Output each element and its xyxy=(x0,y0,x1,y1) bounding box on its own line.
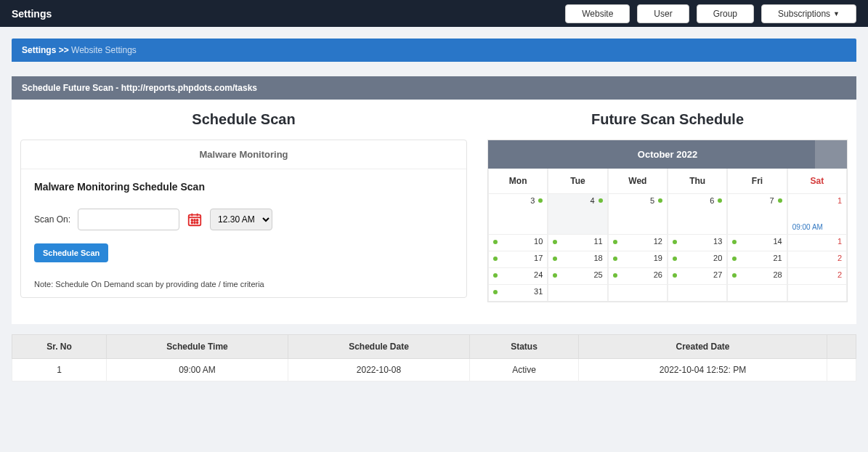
calendar-cell[interactable] xyxy=(608,285,668,302)
svg-point-8 xyxy=(194,222,195,224)
event-dot-icon xyxy=(493,240,498,244)
calendar-cell[interactable]: 26 xyxy=(608,268,668,285)
content: Settings >> Website Settings Schedule Fu… xyxy=(0,27,868,382)
calendar-cell[interactable]: 2 xyxy=(787,251,847,268)
nav-group-button[interactable]: Group xyxy=(697,4,754,23)
th-created: Created Date xyxy=(579,335,827,359)
nav-website-button[interactable]: Website xyxy=(565,4,630,23)
calendar-day-number: 1 xyxy=(837,196,842,205)
breadcrumb-root[interactable]: Settings xyxy=(22,45,56,55)
th-date: Schedule Date xyxy=(288,335,470,359)
event-dot-icon xyxy=(732,257,737,261)
event-dot-icon xyxy=(673,240,677,244)
calendar-column: Future Scan Schedule October 2022 Mon Tu… xyxy=(487,110,848,302)
th-srno: Sr. No xyxy=(12,335,107,359)
calendar-cell[interactable]: 1 xyxy=(787,235,847,251)
calendar-cell[interactable] xyxy=(727,285,787,302)
calendar-next-button[interactable] xyxy=(815,140,847,169)
panel-body: Schedule Scan Malware Monitoring Malware… xyxy=(12,100,856,324)
calendar-cell[interactable]: 2 xyxy=(787,268,847,285)
event-dot-icon xyxy=(599,198,603,203)
calendar-cell[interactable]: 5 xyxy=(608,194,668,235)
calendar-cell[interactable]: 10 xyxy=(488,235,548,251)
calendar-day-number: 20 xyxy=(713,254,722,262)
event-dot-icon xyxy=(538,198,543,203)
event-dot-icon xyxy=(553,257,557,261)
schedule-card-tab[interactable]: Malware Monitoring xyxy=(21,140,466,169)
cal-head-wed: Wed xyxy=(608,169,668,194)
calendar-month-label: October 2022 xyxy=(638,149,697,160)
calendar-cell[interactable]: 18 xyxy=(548,251,607,268)
scan-on-row: Scan On: xyxy=(34,209,453,230)
schedule-note: Note: Schedule On Demand scan by providi… xyxy=(34,280,453,288)
calendar-cell[interactable]: 31 xyxy=(488,285,548,302)
nav-subscriptions-button[interactable]: Subscriptions ▼ xyxy=(761,4,856,23)
calendar-cell[interactable]: 28 xyxy=(727,268,787,285)
chevron-down-icon: ▼ xyxy=(833,10,840,17)
cal-head-mon: Mon xyxy=(488,169,548,194)
svg-point-6 xyxy=(197,219,198,221)
schedule-table: Sr. No Schedule Time Schedule Date Statu… xyxy=(12,334,856,382)
schedule-heading: Schedule Scan xyxy=(20,111,467,128)
calendar-cell[interactable]: 17 xyxy=(488,251,548,268)
calendar-cell[interactable] xyxy=(787,285,847,302)
calendar: October 2022 Mon Tue Wed Thu Fri Sat 345… xyxy=(487,140,848,302)
schedule-scan-button[interactable]: Schedule Scan xyxy=(34,243,108,262)
calendar-day-number: 18 xyxy=(593,254,602,262)
calendar-day-number: 2 xyxy=(837,254,842,262)
scan-time-select[interactable]: 12.30 AM xyxy=(210,209,272,230)
schedule-card: Malware Monitoring Malware Monitoring Sc… xyxy=(20,140,467,298)
calendar-cell[interactable]: 6 xyxy=(668,194,727,235)
calendar-cell[interactable]: 4 xyxy=(548,194,607,235)
nav-website-label: Website xyxy=(582,9,613,19)
nav-user-label: User xyxy=(654,9,672,19)
table-row: 109:00 AM2022-10-08Active2022-10-04 12:5… xyxy=(12,359,856,382)
calendar-day-number: 24 xyxy=(534,270,543,279)
cal-head-tue: Tue xyxy=(548,169,607,194)
nav-subscriptions-label: Subscriptions xyxy=(778,9,830,19)
nav-user-button[interactable]: User xyxy=(637,4,689,23)
calendar-cell[interactable]: 27 xyxy=(668,268,727,285)
calendar-cell[interactable]: 3 xyxy=(488,194,548,235)
event-dot-icon xyxy=(718,198,722,203)
cell-time: 09:00 AM xyxy=(107,359,288,382)
th-actions xyxy=(827,335,856,359)
calendar-day-number: 1 xyxy=(837,237,842,246)
calendar-cell[interactable]: 19 xyxy=(608,251,668,268)
calendar-event[interactable]: 09:00 AM xyxy=(792,223,823,231)
cal-head-sat: Sat xyxy=(787,169,847,194)
schedule-subtitle: Malware Monitoring Schedule Scan xyxy=(34,181,453,193)
calendar-cell[interactable]: 109:00 AM xyxy=(787,194,847,235)
calendar-cell[interactable]: 11 xyxy=(548,235,607,251)
calendar-day-number: 27 xyxy=(713,270,722,279)
calendar-day-number: 7 xyxy=(770,196,774,205)
scan-date-input[interactable] xyxy=(78,209,179,230)
cell-status: Active xyxy=(470,359,579,382)
calendar-cell[interactable]: 14 xyxy=(727,235,787,251)
calendar-cell[interactable]: 25 xyxy=(548,268,607,285)
event-dot-icon xyxy=(673,273,677,278)
th-time: Schedule Time xyxy=(107,335,288,359)
event-dot-icon xyxy=(613,257,617,261)
calendar-cell[interactable]: 13 xyxy=(668,235,727,251)
breadcrumb-sep: >> xyxy=(59,45,69,55)
calendar-icon[interactable] xyxy=(187,211,203,227)
event-dot-icon xyxy=(613,273,617,278)
cell-actions[interactable] xyxy=(827,359,856,382)
event-dot-icon xyxy=(613,240,617,244)
calendar-month-header: October 2022 xyxy=(488,140,847,169)
calendar-cell[interactable] xyxy=(548,285,607,302)
svg-point-7 xyxy=(191,222,192,224)
schedule-column: Schedule Scan Malware Monitoring Malware… xyxy=(20,110,467,302)
event-dot-icon xyxy=(778,198,782,203)
calendar-day-number: 6 xyxy=(710,196,714,205)
calendar-cell[interactable]: 12 xyxy=(608,235,668,251)
calendar-cell[interactable]: 24 xyxy=(488,268,548,285)
calendar-cell[interactable]: 21 xyxy=(727,251,787,268)
calendar-cell[interactable]: 7 xyxy=(727,194,787,235)
calendar-day-number: 19 xyxy=(654,254,662,262)
calendar-cell[interactable]: 20 xyxy=(668,251,727,268)
calendar-day-number: 21 xyxy=(773,254,782,262)
calendar-day-number: 11 xyxy=(593,237,602,246)
calendar-cell[interactable] xyxy=(668,285,727,302)
